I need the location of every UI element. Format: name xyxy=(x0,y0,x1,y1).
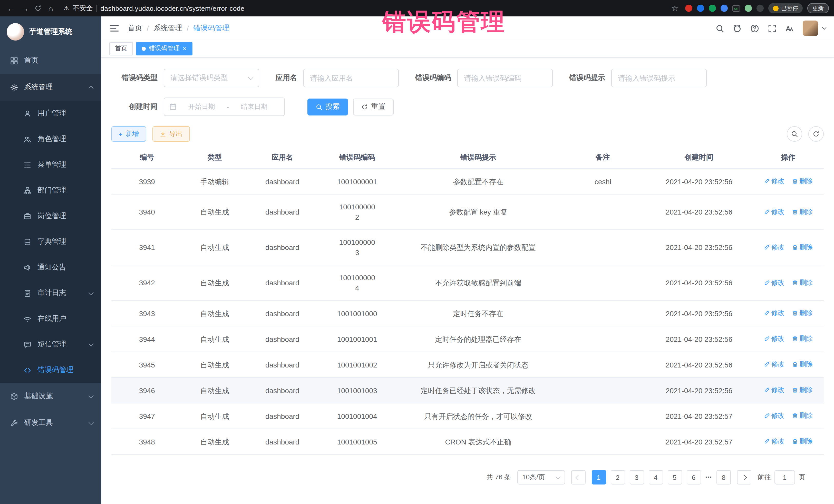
sidebar-item-tools[interactable]: 研发工具 xyxy=(0,410,101,436)
column-header[interactable]: 错误码编码 xyxy=(318,147,396,169)
next-page-button[interactable] xyxy=(737,470,751,484)
sidebar-item-home[interactable]: 首页 xyxy=(0,47,101,74)
reload-icon[interactable] xyxy=(34,4,42,12)
back-icon[interactable]: ← xyxy=(5,3,17,14)
bookmark-star-icon[interactable]: ☆ xyxy=(669,3,681,14)
tab-home[interactable]: 首页 xyxy=(109,42,133,55)
extension-icon[interactable] xyxy=(721,5,728,12)
forward-icon[interactable]: → xyxy=(20,3,31,14)
page-button-4[interactable]: 4 xyxy=(649,470,663,484)
delete-link[interactable]: 删除 xyxy=(792,411,813,421)
sidebar-item-post[interactable]: 岗位管理 xyxy=(0,203,101,229)
cell-type: 手动编辑 xyxy=(183,169,247,194)
extension-on-icon[interactable]: on xyxy=(732,5,740,12)
edit-link[interactable]: 修改 xyxy=(764,308,785,318)
topbar: 首页/系统管理/错误码管理 xyxy=(101,17,834,40)
browser-home-icon[interactable]: ⌂ xyxy=(45,3,57,14)
column-header[interactable]: 备注 xyxy=(560,147,646,169)
column-header[interactable]: 创建时间 xyxy=(646,147,752,169)
edit-link[interactable]: 修改 xyxy=(764,334,785,344)
extension-icon[interactable] xyxy=(756,5,764,12)
prev-page-button[interactable] xyxy=(571,470,585,484)
sidebar-item-online[interactable]: 在线用户 xyxy=(0,306,101,332)
page-button-5[interactable]: 5 xyxy=(667,470,682,484)
delete-link[interactable]: 删除 xyxy=(792,359,813,370)
app-name-input[interactable] xyxy=(303,69,399,87)
tab-errcode[interactable]: 错误码管理× xyxy=(136,42,192,55)
help-icon[interactable] xyxy=(750,24,759,32)
avatar[interactable] xyxy=(803,21,818,36)
delete-link[interactable]: 删除 xyxy=(792,176,813,186)
edit-link[interactable]: 修改 xyxy=(764,242,785,252)
extension-icon[interactable] xyxy=(745,5,752,12)
delete-link[interactable]: 删除 xyxy=(792,385,813,395)
extension-icon[interactable] xyxy=(685,5,692,12)
extension-icon[interactable] xyxy=(709,5,716,12)
page-button-1[interactable]: 1 xyxy=(592,470,606,484)
goto-page-input[interactable] xyxy=(774,470,795,484)
page-button-6[interactable]: 6 xyxy=(686,470,701,484)
edit-link[interactable]: 修改 xyxy=(764,176,785,186)
delete-link[interactable]: 删除 xyxy=(792,334,813,344)
delete-link[interactable]: 删除 xyxy=(792,308,813,318)
page-button-8[interactable]: 8 xyxy=(717,470,731,484)
page-size-select[interactable]: 10条/页 xyxy=(517,470,565,484)
sidebar-item-user[interactable]: 用户管理 xyxy=(0,101,101,126)
hamburger-icon[interactable] xyxy=(109,23,119,34)
close-icon[interactable]: × xyxy=(183,45,186,52)
delete-link[interactable]: 删除 xyxy=(792,436,813,446)
reset-button[interactable]: 重置 xyxy=(353,98,394,115)
edit-link[interactable]: 修改 xyxy=(764,278,785,288)
sidebar-item-menu[interactable]: 菜单管理 xyxy=(0,152,101,178)
paused-badge[interactable]: 已暂停 xyxy=(768,3,803,13)
error-code-input[interactable] xyxy=(457,69,553,87)
font-size-icon[interactable] xyxy=(785,24,794,32)
page-button-2[interactable]: 2 xyxy=(611,470,625,484)
update-button[interactable]: 更新 xyxy=(807,3,829,13)
sidebar-item-system[interactable]: 系统管理 xyxy=(0,74,101,101)
error-type-select[interactable]: 请选择错误码类型 xyxy=(164,69,259,87)
add-button[interactable]: + 新增 xyxy=(111,126,146,141)
delete-link[interactable]: 删除 xyxy=(792,206,813,217)
page-button-3[interactable]: 3 xyxy=(630,470,644,484)
breadcrumb-item[interactable]: 错误码管理 xyxy=(194,24,229,33)
fullscreen-icon[interactable] xyxy=(768,24,776,32)
breadcrumb-item[interactable]: 首页 xyxy=(128,24,142,33)
date-range-picker[interactable]: 开始日期 - 结束日期 xyxy=(164,97,285,116)
column-header[interactable]: 错误码提示 xyxy=(396,147,560,169)
extension-icon[interactable] xyxy=(697,5,704,12)
column-header[interactable]: 操作 xyxy=(752,147,824,169)
breadcrumb-separator: / xyxy=(187,24,189,32)
search-icon[interactable] xyxy=(716,24,724,32)
sidebar-item-errcode[interactable]: 错误码管理 xyxy=(0,357,101,383)
chevron-down-icon[interactable] xyxy=(822,25,827,30)
cell-memo xyxy=(560,429,646,455)
column-header[interactable]: 应用名 xyxy=(247,147,318,169)
edit-link[interactable]: 修改 xyxy=(764,411,785,421)
address-bar[interactable]: ⚠ 不安全 dashboard.yudao.iocoder.cn/system/… xyxy=(64,4,245,13)
github-icon[interactable] xyxy=(733,24,742,32)
refresh-table-button[interactable] xyxy=(808,126,824,141)
sidebar-item-role[interactable]: 角色管理 xyxy=(0,126,101,152)
delete-link[interactable]: 删除 xyxy=(792,242,813,252)
breadcrumb-item[interactable]: 系统管理 xyxy=(153,24,182,33)
edit-link[interactable]: 修改 xyxy=(764,359,785,370)
delete-link[interactable]: 删除 xyxy=(792,278,813,288)
toggle-search-button[interactable] xyxy=(787,126,802,141)
sidebar-item-dict[interactable]: 字典管理 xyxy=(0,229,101,255)
sidebar-item-infra[interactable]: 基础设施 xyxy=(0,383,101,410)
column-header[interactable]: 编号 xyxy=(111,147,183,169)
logo[interactable]: 芋道管理系统 xyxy=(0,17,101,47)
error-msg-input[interactable] xyxy=(611,69,707,87)
column-header[interactable]: 类型 xyxy=(183,147,247,169)
more-pages-icon[interactable]: ••• xyxy=(705,475,712,480)
sidebar-item-sms[interactable]: 短信管理 xyxy=(0,332,101,357)
sidebar-item-audit[interactable]: 审计日志 xyxy=(0,280,101,306)
edit-link[interactable]: 修改 xyxy=(764,436,785,446)
edit-link[interactable]: 修改 xyxy=(764,385,785,395)
sidebar-item-dept[interactable]: 部门管理 xyxy=(0,178,101,203)
sidebar-item-notice[interactable]: 通知公告 xyxy=(0,255,101,280)
search-button[interactable]: 搜索 xyxy=(307,98,348,115)
export-button[interactable]: 导出 xyxy=(152,126,190,141)
edit-link[interactable]: 修改 xyxy=(764,206,785,217)
